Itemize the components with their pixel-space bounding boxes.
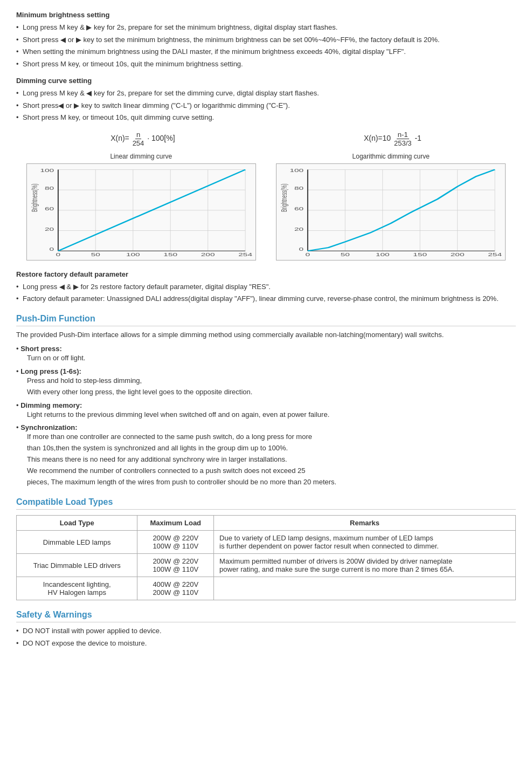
svg-text:0: 0: [49, 246, 54, 251]
log-formula: X(n)=10 n-1 253/3 -1: [364, 131, 422, 147]
list-item: Short press M key, or timeout 10s, quit …: [16, 59, 516, 70]
safety-list: DO NOT install with power applied to dev…: [16, 626, 516, 648]
log-chart-wrap: 0 20 60 80 100 0 50 100 150 200 254 Brig…: [276, 163, 506, 260]
list-item: DO NOT install with power applied to dev…: [16, 626, 516, 636]
max-load-cell: 200W @ 220V 100W @ 110V: [137, 531, 214, 554]
log-fraction: n-1 253/3: [393, 131, 413, 147]
synchronization-title: Synchronization:: [20, 423, 77, 431]
remarks-cell: [214, 577, 516, 600]
svg-text:100: 100: [289, 168, 303, 173]
table-body: Dimmable LED lamps 200W @ 220V 100W @ 11…: [17, 531, 516, 600]
svg-text:100: 100: [126, 252, 140, 257]
table-row: Incandescent lighting, HV Halogen lamps …: [17, 577, 516, 600]
restore-factory-section: Restore factory default parameter Long p…: [16, 270, 516, 304]
table-row: Dimmable LED lamps 200W @ 220V 100W @ 11…: [17, 531, 516, 554]
svg-text:Brightness(%): Brightness(%): [280, 183, 289, 212]
table-header-row: Load Type Maximum Load Remarks: [17, 516, 516, 531]
log-frac-den: 253/3: [393, 139, 413, 147]
remarks-cell: Maximum permitted number of drivers is 2…: [214, 554, 516, 577]
load-type-cell: Dimmable LED lamps: [17, 531, 137, 554]
bullet-dot: •: [16, 423, 20, 431]
svg-text:200: 200: [451, 252, 465, 257]
svg-text:50: 50: [341, 252, 350, 257]
svg-text:80: 80: [294, 186, 303, 190]
svg-text:Brightness(%): Brightness(%): [30, 183, 39, 212]
push-dim-section: Push-Dim Function The provided Push-Dim …: [16, 314, 516, 488]
long-press-title: Long press (1-6s):: [20, 367, 81, 375]
linear-chart-wrap: 0 20 60 80 100 0 50 100 150 200 254 Brig…: [26, 163, 256, 260]
formula-row: X(n)= n 254 · 100[%] X(n)=10 n-1 253/3 -…: [16, 131, 516, 147]
short-press-title: Short press:: [20, 345, 62, 353]
linear-formula-left: X(n)=: [110, 134, 129, 142]
th-remarks: Remarks: [214, 516, 516, 531]
push-dim-heading: Push-Dim Function: [16, 314, 516, 326]
linear-chart-container: Linear dimming curve: [26, 153, 256, 260]
log-chart-svg: 0 20 60 80 100 0 50 100 150 200 254 Brig…: [277, 164, 505, 260]
svg-text:20: 20: [294, 227, 303, 231]
minimum-brightness-heading: Minimum brightness setting: [16, 11, 516, 19]
log-chart-container: Logarithmic dimming curve: [276, 153, 506, 260]
svg-text:0: 0: [56, 252, 60, 257]
dimming-curve-heading: Dimming curve setting: [16, 77, 516, 85]
log-frac-num: n-1: [397, 131, 409, 139]
linear-formula-right: · 100[%]: [147, 134, 175, 142]
th-max-load: Maximum Load: [137, 516, 214, 531]
linear-chart-svg: 0 20 60 80 100 0 50 100 150 200 254 Brig…: [27, 164, 255, 260]
linear-formula: X(n)= n 254 · 100[%]: [110, 131, 175, 147]
safety-section: Safety & Warnings DO NOT install with po…: [16, 610, 516, 648]
max-load-cell: 400W @ 220V 200W @ 110V: [137, 577, 214, 600]
svg-text:50: 50: [91, 252, 100, 257]
charts-row: Linear dimming curve: [16, 153, 516, 260]
list-item: When setting the minimum brightness usin…: [16, 46, 516, 57]
svg-text:200: 200: [201, 252, 215, 257]
svg-text:80: 80: [45, 186, 54, 190]
minimum-brightness-list: Long press M key & ▶ key for 2s, prepare…: [16, 22, 516, 69]
svg-text:100: 100: [40, 168, 54, 173]
bullet-dot: •: [16, 345, 20, 353]
dimming-curve-list: Long press M key & ◀ key for 2s, prepare…: [16, 88, 516, 123]
th-load-type: Load Type: [17, 516, 137, 531]
list-item: Long press ◀ & ▶ for 2s restore factory …: [16, 282, 516, 292]
restore-factory-heading: Restore factory default parameter: [16, 270, 516, 278]
load-type-cell: Incandescent lighting, HV Halogen lamps: [17, 577, 137, 600]
table-head: Load Type Maximum Load Remarks: [17, 516, 516, 531]
linear-fraction: n 254: [132, 131, 146, 147]
list-item: Long press M key & ▶ key for 2s, prepare…: [16, 22, 516, 33]
svg-text:60: 60: [294, 206, 303, 211]
bullet-dot: •: [16, 367, 20, 375]
compatible-load-table: Load Type Maximum Load Remarks Dimmable …: [16, 515, 516, 600]
svg-text:60: 60: [45, 206, 54, 211]
list-item: DO NOT expose the device to moisture.: [16, 638, 516, 649]
log-chart-label: Logarithmic dimming curve: [353, 153, 430, 160]
list-item: Short press◀ or ▶ key to switch linear d…: [16, 100, 516, 111]
short-press-body: Turn on or off light.: [16, 353, 516, 364]
load-type-cell: Triac Dimmable LED drivers: [17, 554, 137, 577]
push-item-dimming-memory: • Dimming memory: Light returns to the p…: [16, 401, 516, 421]
list-item: Factory default parameter: Unassigned DA…: [16, 293, 516, 304]
list-item: Short press ◀ or ▶ key to set the minimu…: [16, 35, 516, 45]
list-item: Short press M key, or timeout 10s, quit …: [16, 112, 516, 123]
svg-text:100: 100: [376, 252, 390, 257]
synchronization-body: If more than one controller are connecte…: [16, 431, 516, 488]
log-formula-right: -1: [414, 134, 421, 142]
compatible-load-heading: Compatible Load Types: [16, 497, 516, 510]
list-item: Long press M key & ◀ key for 2s, prepare…: [16, 88, 516, 99]
table-row: Triac Dimmable LED drivers 200W @ 220V 1…: [17, 554, 516, 577]
dimming-curve-section: Dimming curve setting Long press M key &…: [16, 77, 516, 260]
minimum-brightness-section: Minimum brightness setting Long press M …: [16, 11, 516, 69]
push-dim-items: • Short press: Turn on or off light. • L…: [16, 345, 516, 488]
log-formula-left: X(n)=10: [364, 134, 391, 142]
compatible-load-section: Compatible Load Types Load Type Maximum …: [16, 497, 516, 600]
safety-heading: Safety & Warnings: [16, 610, 516, 622]
linear-frac-den: 254: [132, 139, 146, 147]
svg-text:0: 0: [306, 252, 310, 257]
dimming-memory-body: Light returns to the previous dimming le…: [16, 409, 516, 421]
svg-text:254: 254: [238, 252, 252, 257]
linear-chart-label: Linear dimming curve: [110, 153, 172, 160]
bullet-dot: •: [16, 401, 20, 409]
push-item-synchronization: • Synchronization: If more than one cont…: [16, 423, 516, 488]
svg-text:150: 150: [163, 252, 177, 257]
push-item-long-press: • Long press (1-6s): Press and hold to s…: [16, 367, 516, 398]
svg-text:20: 20: [45, 227, 54, 231]
push-item-short-press: • Short press: Turn on or off light.: [16, 345, 516, 364]
